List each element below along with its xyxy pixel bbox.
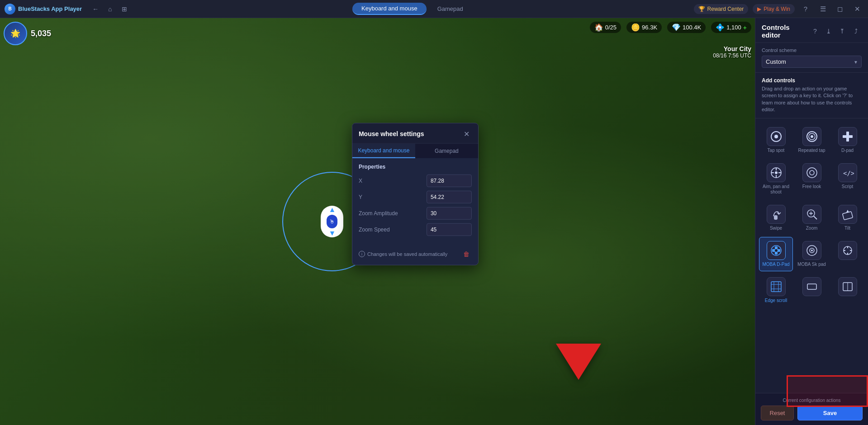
svg-point-26: [775, 249, 778, 252]
control-item-15[interactable]: [830, 273, 864, 307]
controls-grid: Tap spot Repeated tap D-pad: [755, 118, 868, 393]
free-look-label: Free look: [802, 184, 821, 189]
house-count: 0/25: [605, 24, 617, 31]
svg-point-29: [811, 250, 813, 251]
crystals-resource: 💠 1,100 +: [711, 22, 751, 33]
gold-icon: 🪙: [631, 23, 640, 32]
reward-center-button[interactable]: 🏆 Reward Center: [694, 4, 749, 14]
logo-icon: B: [5, 4, 15, 14]
zoom-speed-row: Zoom Speed: [359, 223, 472, 236]
sidebar-header: Controls editor ? ⤓ ⤒ ⤴: [755, 18, 868, 43]
scheme-select[interactable]: Custom: [762, 56, 862, 68]
y-input[interactable]: [427, 191, 472, 203]
control-dpad[interactable]: D-pad: [830, 123, 864, 157]
close-button[interactable]: ✕: [851, 3, 863, 15]
sidebar-export-button[interactable]: ⤒: [836, 25, 848, 37]
free-look-icon: [802, 163, 821, 182]
home-button[interactable]: ⌂: [104, 3, 116, 15]
svg-point-1: [774, 135, 778, 138]
gems-icon: 💎: [672, 23, 681, 32]
zoom-speed-input[interactable]: [427, 223, 472, 236]
restore-button[interactable]: ◻: [834, 3, 846, 15]
svg-point-13: [807, 168, 817, 178]
control-script[interactable]: </> Script: [830, 159, 864, 199]
sidebar-header-icons: ? ⤓ ⤒ ⤴: [809, 25, 862, 37]
zoom-amplitude-input[interactable]: [427, 207, 472, 220]
control-zoom[interactable]: Zoom: [795, 201, 829, 235]
reset-button[interactable]: Reset: [761, 406, 794, 420]
gold-resource: 🪙 96.3K: [626, 22, 662, 33]
swipe-label: Swipe: [770, 226, 782, 231]
save-button[interactable]: Save: [797, 406, 863, 420]
sidebar-share-button[interactable]: ⤴: [850, 25, 862, 37]
tap-spot-label: Tap spot: [768, 148, 785, 153]
control-scheme-section: Control scheme Custom ▼: [755, 43, 868, 73]
footer-actions: Reset Save: [761, 406, 863, 420]
plus-icon: +: [743, 24, 747, 31]
control-moba-dpad[interactable]: MOBA D-Pad: [759, 237, 793, 271]
control-tap-spot[interactable]: Tap spot: [759, 123, 793, 157]
crystals-icon: 💠: [716, 23, 725, 32]
scheme-label: Control scheme: [762, 47, 862, 53]
zoom-icon: [802, 205, 821, 224]
dialog-header: Mouse wheel settings ✕: [352, 123, 478, 144]
add-controls-desc: Drag and drop an action on your game scr…: [762, 85, 862, 113]
fire-icon: [838, 241, 857, 260]
tilt-label: Tilt: [844, 226, 850, 231]
player-avatar: 🌟: [4, 22, 27, 45]
delete-button[interactable]: 🗑: [461, 249, 472, 260]
scheme-select-wrapper: Custom ▼: [762, 56, 862, 68]
moba-skpad-icon: [802, 241, 821, 260]
sidebar-help-button[interactable]: ?: [809, 25, 821, 37]
dialog-body: Properties X Y Zoom Amplitude Zoom S: [352, 158, 478, 245]
menu-button[interactable]: ☰: [816, 3, 829, 15]
gamepad-tab[interactable]: Gamepad: [428, 3, 472, 15]
gold-count: 96.3K: [642, 24, 657, 31]
control-fire[interactable]: [830, 237, 864, 271]
back-button[interactable]: ←: [89, 3, 102, 15]
control-tilt[interactable]: Tilt: [830, 201, 864, 235]
svg-point-14: [810, 170, 814, 175]
script-icon: </>: [838, 163, 857, 182]
control-free-look[interactable]: Free look: [795, 159, 829, 199]
main-tabs: Keyboard and mouse Gamepad: [134, 3, 690, 15]
city-date: 08/16 7:56 UTC: [713, 52, 751, 59]
auto-save-note: i Changes will be saved automatically: [359, 251, 447, 257]
repeated-tap-icon: [802, 127, 821, 146]
edge-scroll-label: Edge scroll: [765, 298, 787, 303]
keyboard-mouse-tab[interactable]: Keyboard and mouse: [352, 3, 427, 15]
reward-icon: 🏆: [698, 6, 705, 12]
play-win-button[interactable]: ▶ Play & Win: [753, 4, 795, 14]
sidebar-import-button[interactable]: ⤓: [823, 25, 835, 37]
y-row: Y: [359, 191, 472, 203]
control-moba-skpad[interactable]: MOBA Sk pad: [795, 237, 829, 271]
svg-point-4: [811, 135, 813, 138]
svg-line-18: [814, 216, 817, 219]
svg-rect-21: [842, 211, 853, 220]
zoom-down-arrow: ▼: [328, 229, 336, 237]
city-name: Your City: [713, 45, 751, 52]
app-name: BlueStacks App Player: [18, 5, 82, 12]
footer-label: Current configuration actions: [761, 398, 863, 403]
nav-buttons: ← ⌂ ⊞: [89, 3, 131, 15]
main-area: 🌟 5,035 🏠 0/25 🪙 96.3K 💎 100.4K 💠 1,100 …: [0, 18, 868, 425]
dialog-close-button[interactable]: ✕: [462, 129, 472, 139]
x-input[interactable]: [427, 175, 472, 187]
house-resource: 🏠 0/25: [590, 22, 621, 33]
dialog-keyboard-tab[interactable]: Keyboard and mouse: [352, 144, 415, 158]
control-swipe[interactable]: Swipe: [759, 201, 793, 235]
help-button[interactable]: ?: [799, 3, 812, 15]
auto-save-text: Changes will be saved automatically: [367, 251, 447, 257]
apps-button[interactable]: ⊞: [118, 3, 131, 15]
gems-resource: 💎 100.4K: [667, 22, 706, 33]
control-repeated-tap[interactable]: Repeated tap: [795, 123, 829, 157]
control-item-14[interactable]: [795, 273, 829, 307]
dialog-tabs: Keyboard and mouse Gamepad: [352, 144, 478, 158]
dialog-gamepad-tab[interactable]: Gamepad: [415, 144, 478, 158]
control-edge-scroll[interactable]: Edge scroll: [759, 273, 793, 307]
dpad-label: D-pad: [841, 148, 854, 153]
control-aim-pan-shoot[interactable]: Aim, pan and shoot: [759, 159, 793, 199]
top-bar: B BlueStacks App Player ← ⌂ ⊞ Keyboard a…: [0, 0, 868, 18]
swipe-icon: [767, 205, 786, 224]
properties-label: Properties: [359, 164, 472, 170]
